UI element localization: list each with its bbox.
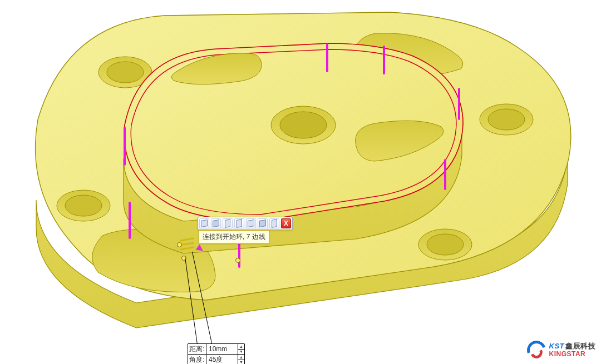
context-toolbar: X xyxy=(198,217,293,230)
svg-point-1 xyxy=(107,62,144,83)
svg-point-9 xyxy=(280,112,327,138)
angle-spinner[interactable]: ▲ ▼ xyxy=(238,355,244,364)
ctx-chamfer-vertex-1[interactable] xyxy=(223,218,233,228)
ctx-chamfer-vertex-2[interactable] xyxy=(234,218,244,228)
watermark: KST鑫辰科技 KINGSTAR xyxy=(527,341,596,360)
spinner-up-icon[interactable]: ▲ xyxy=(238,355,244,360)
ctx-chamfer-offset[interactable] xyxy=(269,218,279,228)
ctx-chamfer-dist-angle[interactable] xyxy=(211,218,221,228)
selection-tooltip: 连接到开始环, 7 边线 xyxy=(199,230,269,244)
spinner-down-icon[interactable]: ▼ xyxy=(238,360,244,365)
manip-handle-1[interactable] xyxy=(177,242,182,247)
angle-input[interactable]: 45度 xyxy=(206,355,238,364)
manip-handle-3[interactable] xyxy=(235,258,240,263)
ctx-chamfer-isoline[interactable] xyxy=(258,218,268,228)
angle-label: 角度: xyxy=(188,355,206,364)
cad-viewport[interactable]: X 连接到开始环, 7 边线 距离: 10mm ▲ ▼ 角度: 45度 ▲ ▼ xyxy=(0,0,601,364)
spinner-up-icon[interactable]: ▲ xyxy=(238,344,244,350)
watermark-line-cn: KST鑫辰科技 xyxy=(549,342,596,350)
svg-point-5 xyxy=(65,195,102,216)
ctx-chamfer-face[interactable] xyxy=(246,218,256,228)
distance-spinner[interactable]: ▲ ▼ xyxy=(238,344,244,354)
ctx-chamfer-dist-dist[interactable] xyxy=(199,218,209,228)
svg-point-3 xyxy=(488,109,525,130)
watermark-logo-icon xyxy=(527,341,546,360)
svg-point-7 xyxy=(427,234,464,255)
spinner-down-icon[interactable]: ▼ xyxy=(238,350,244,355)
model-render xyxy=(0,0,601,364)
distance-label: 距离: xyxy=(188,344,206,354)
ctx-close-button[interactable]: X xyxy=(281,218,291,228)
watermark-line-en: KINGSTAR xyxy=(549,351,596,358)
chamfer-param-panel: 距离: 10mm ▲ ▼ 角度: 45度 ▲ ▼ xyxy=(188,343,245,364)
distance-input[interactable]: 10mm xyxy=(206,344,238,354)
